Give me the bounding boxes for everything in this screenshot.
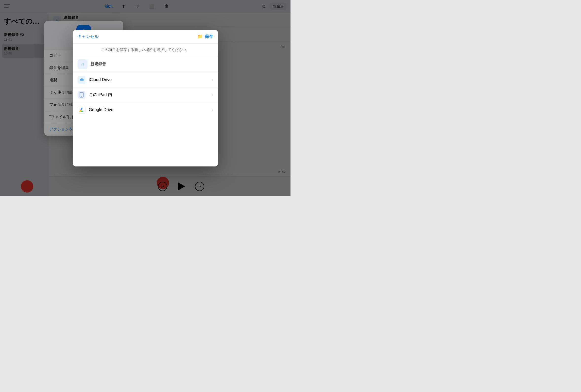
icloud-icon (78, 76, 86, 84)
ipad-item[interactable]: この iPad 内 › (73, 87, 218, 102)
gdrive-label: Google Drive (89, 107, 212, 112)
ipad-svg (80, 92, 84, 97)
gdrive-chevron: › (212, 108, 213, 112)
icloud-label: iCloud Drive (89, 77, 212, 82)
modal-folder-icon: 📁 (197, 34, 203, 39)
gdrive-icon (78, 106, 86, 114)
ipad-chevron: › (212, 93, 213, 97)
current-folder-name: 新規録音 (90, 61, 106, 67)
modal-header: キャンセル 📁 保存 (73, 30, 218, 43)
ipad-icon (78, 91, 86, 99)
location-list: iCloud Drive › この iPad 内 › (73, 72, 218, 117)
save-location-modal: キャンセル 📁 保存 この項目を保存する新しい場所を選択してください。 ♫ 新規… (73, 30, 218, 166)
modal-save-area: 📁 保存 (197, 34, 213, 39)
save-button[interactable]: 保存 (205, 34, 213, 39)
ipad-label: この iPad 内 (89, 92, 212, 97)
current-folder-row: ♫ 新規録音 (73, 56, 218, 72)
current-folder-icon: ♫ (78, 59, 88, 69)
modal-overlay: キャンセル 📁 保存 この項目を保存する新しい場所を選択してください。 ♫ 新規… (0, 0, 290, 196)
gdrive-item[interactable]: Google Drive › (73, 102, 218, 117)
icloud-svg (79, 78, 84, 82)
cancel-button[interactable]: キャンセル (78, 34, 98, 39)
modal-subtitle: この項目を保存する新しい場所を選択してください。 (73, 43, 218, 56)
modal-empty-space (73, 117, 218, 166)
gdrive-svg (78, 107, 84, 113)
icloud-chevron: › (212, 77, 213, 82)
svg-point-7 (81, 96, 82, 97)
icloud-drive-item[interactable]: iCloud Drive › (73, 72, 218, 87)
